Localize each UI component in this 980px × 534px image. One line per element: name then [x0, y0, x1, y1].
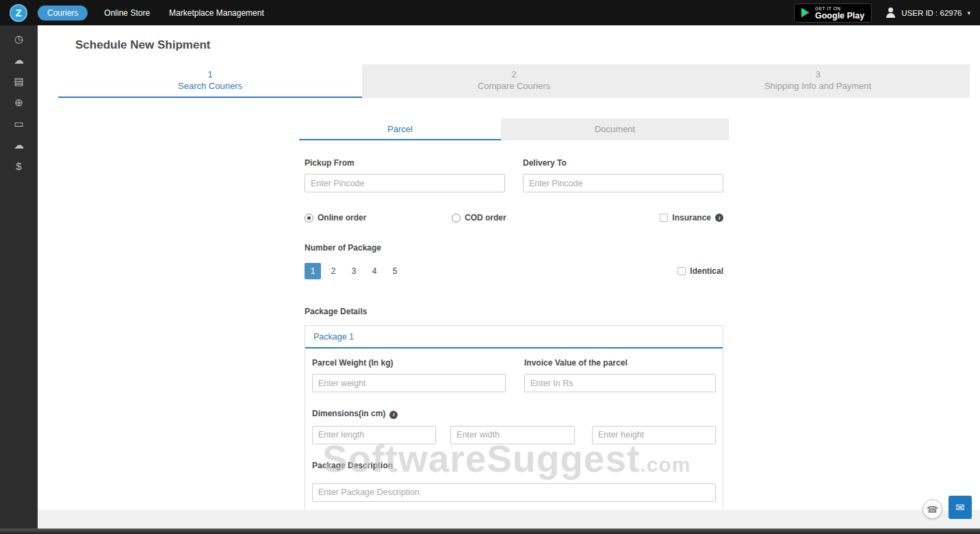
- cod-order-label: COD order: [465, 213, 506, 222]
- checkbox-icon: [660, 214, 668, 222]
- cloud-icon[interactable]: ☁: [0, 134, 38, 155]
- package-details-label: Package Details: [305, 307, 723, 316]
- step-number: 1: [58, 68, 362, 80]
- footer-band: [38, 510, 980, 529]
- tab-package-1[interactable]: Package 1: [305, 326, 723, 348]
- identical-checkbox[interactable]: Identical: [678, 266, 723, 276]
- sidebar: ◷ ☁ ▤ ⊕ ▭ ☁ $: [0, 25, 38, 529]
- user-id-label: USER ID : 62976: [901, 9, 962, 17]
- card-icon[interactable]: ▭: [0, 113, 38, 134]
- identical-label: Identical: [690, 266, 723, 276]
- phone-support-button[interactable]: ☎: [923, 499, 942, 519]
- google-play-badge[interactable]: GET IT ON Google Play: [794, 3, 872, 23]
- main-content: Schedule New Shipment 1 Search Couriers …: [38, 25, 980, 529]
- google-play-icon: [801, 8, 810, 18]
- cloud-upload-icon[interactable]: ☁: [0, 49, 38, 71]
- tab-document[interactable]: Document: [501, 118, 729, 140]
- width-input[interactable]: [450, 426, 574, 444]
- package-count-3[interactable]: 3: [346, 263, 362, 279]
- stepper: 1 Search Couriers 2 Compare Couriers 3 S…: [58, 64, 970, 98]
- nav-online-store[interactable]: Online Store: [104, 8, 150, 18]
- height-input[interactable]: [592, 426, 716, 444]
- nav-marketplace-management[interactable]: Marketplace Management: [169, 8, 264, 18]
- nav-couriers[interactable]: Couriers: [38, 5, 88, 21]
- topbar: Z Couriers Online Store Marketplace Mana…: [0, 0, 980, 25]
- package-count-4[interactable]: 4: [366, 263, 383, 279]
- clock-icon[interactable]: ◷: [0, 28, 38, 49]
- dollar-icon[interactable]: $: [0, 155, 38, 177]
- info-icon[interactable]: i: [389, 411, 398, 419]
- step-search-couriers[interactable]: 1 Search Couriers: [58, 64, 362, 98]
- app-logo[interactable]: Z: [10, 4, 27, 22]
- step-number: 2: [362, 68, 666, 80]
- invoice-value-label: Invoice Value of the parcel: [524, 358, 716, 368]
- insurance-checkbox[interactable]: Insurance i: [660, 213, 723, 222]
- step-label: Search Couriers: [178, 81, 242, 91]
- online-order-label: Online order: [318, 213, 366, 222]
- pickup-from-label: Pickup From: [305, 158, 505, 168]
- info-icon[interactable]: i: [715, 214, 723, 222]
- radio-icon: [452, 214, 461, 222]
- package-count-1[interactable]: 1: [305, 263, 321, 279]
- number-of-package-label: Number of Package: [305, 243, 723, 253]
- tab-parcel[interactable]: Parcel: [299, 118, 501, 140]
- package-panel: Package 1 Parcel Weight (In kg) Invoice …: [305, 325, 723, 515]
- radio-selected-icon: [305, 214, 313, 222]
- pickup-pincode-input[interactable]: [305, 174, 505, 192]
- archive-icon[interactable]: ▤: [0, 71, 38, 92]
- dimensions-label: Dimensions(in cm)i: [312, 409, 716, 419]
- package-count-2[interactable]: 2: [325, 263, 341, 279]
- package-description-input[interactable]: [312, 483, 716, 502]
- step-compare-couriers[interactable]: 2 Compare Couriers: [362, 64, 666, 98]
- package-description-label: Package Description: [312, 461, 716, 470]
- google-play-line2: Google Play: [815, 12, 864, 20]
- online-order-radio[interactable]: Online order: [305, 213, 452, 222]
- mail-support-button[interactable]: ✉: [949, 496, 972, 519]
- delivery-pincode-input[interactable]: [523, 174, 723, 192]
- invoice-value-input[interactable]: [524, 374, 716, 392]
- page-title: Schedule New Shipment: [38, 25, 980, 64]
- parcel-weight-input[interactable]: [312, 374, 506, 392]
- insurance-label: Insurance: [672, 213, 711, 222]
- length-input[interactable]: [312, 426, 436, 444]
- user-icon: [886, 8, 896, 18]
- cod-order-radio[interactable]: COD order: [452, 213, 506, 222]
- checkbox-icon: [678, 267, 686, 275]
- globe-icon[interactable]: ⊕: [0, 92, 38, 113]
- step-label: Shipping Info and Payment: [764, 81, 871, 91]
- step-shipping-info-payment[interactable]: 3 Shipping Info and Payment: [666, 64, 970, 98]
- parcel-document-tabs: Parcel Document: [299, 118, 729, 140]
- step-label: Compare Couriers: [478, 81, 550, 91]
- shipment-card: 1 Search Couriers 2 Compare Couriers 3 S…: [58, 64, 970, 509]
- package-count-5[interactable]: 5: [387, 263, 403, 279]
- user-menu[interactable]: USER ID : 62976 ▾: [886, 8, 970, 18]
- chevron-down-icon: ▾: [967, 10, 970, 16]
- parcel-weight-label: Parcel Weight (In kg): [312, 358, 506, 368]
- step-number: 3: [666, 68, 970, 80]
- delivery-to-label: Delivery To: [523, 158, 723, 168]
